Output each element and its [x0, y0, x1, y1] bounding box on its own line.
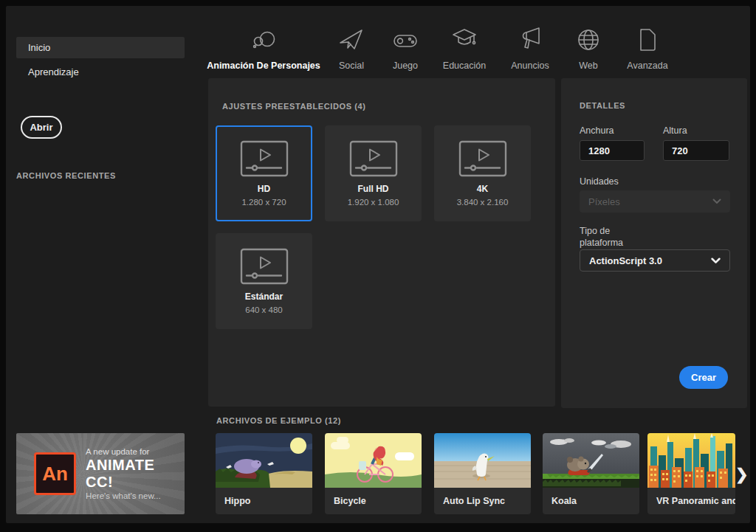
video-player-icon — [240, 248, 289, 285]
platform-label-line1: Tipo de — [580, 225, 623, 237]
sample-card-bicycle[interactable]: Bicycle — [325, 433, 422, 514]
units-label: Unidades — [580, 176, 619, 187]
sample-thumbnail-auto-lip-sync — [434, 433, 531, 488]
preset-card-4k[interactable]: 4K 3.840 x 2.160 — [434, 125, 531, 221]
graduation-cap-icon — [449, 21, 480, 55]
tab-label: Social — [339, 61, 364, 71]
megaphone-icon — [515, 21, 546, 55]
create-button[interactable]: Crear — [679, 366, 728, 389]
tab-character-animation[interactable]: Animación De Personajes — [202, 21, 325, 71]
sample-label: VR Panoramic and 3 — [647, 488, 735, 514]
banner-line1: A new update for — [86, 447, 185, 456]
preset-card-hd[interactable]: HD 1.280 x 720 — [216, 125, 312, 221]
width-input[interactable] — [580, 140, 645, 161]
tab-label: Anuncios — [511, 61, 549, 71]
details-heading: DETALLES — [580, 101, 625, 110]
sample-label: Bicycle — [325, 488, 422, 514]
tab-label: Educación — [443, 61, 486, 71]
tab-label: Web — [579, 61, 597, 71]
preset-name: HD — [258, 184, 270, 194]
animate-update-banner[interactable]: An A new update for ANIMATE CC! Here's w… — [16, 433, 185, 514]
sample-label: Koala — [543, 488, 639, 514]
sample-card-hippo[interactable]: Hippo — [216, 433, 312, 514]
sidebar-item-label: Aprendizaje — [28, 66, 79, 77]
units-dropdown[interactable]: Píxeles — [580, 190, 730, 213]
preset-card-estandar[interactable]: Estándar 640 x 480 — [216, 233, 312, 329]
preset-card-full-hd[interactable]: Full HD 1.920 x 1.080 — [325, 125, 422, 221]
video-player-icon — [349, 140, 398, 177]
banner-text: A new update for ANIMATE CC! Here's what… — [86, 447, 185, 500]
platform-label: Tipo de plataforma — [580, 225, 623, 249]
character-animation-icon — [247, 21, 280, 55]
sidebar-item-inicio[interactable]: Inicio — [16, 37, 185, 58]
animate-logo: An — [34, 452, 76, 495]
presets-heading: AJUSTES PREESTABLECIDOS (4) — [222, 102, 365, 111]
width-label: Anchura — [580, 125, 614, 136]
document-icon — [633, 21, 662, 55]
preset-size: 1.920 x 1.080 — [348, 198, 399, 207]
preset-size: 3.840 x 2.160 — [457, 198, 509, 207]
units-value: Píxeles — [588, 196, 620, 207]
sample-label: Auto Lip Sync — [434, 488, 531, 514]
paper-plane-icon — [337, 21, 366, 55]
sample-thumbnail-vr-panoramic — [647, 433, 735, 488]
sidebar-item-aprendizaje[interactable]: Aprendizaje — [16, 61, 185, 83]
height-input[interactable] — [663, 140, 729, 161]
preset-name: 4K — [477, 184, 488, 194]
platform-value: ActionScript 3.0 — [589, 255, 662, 266]
banner-line3: Here's what's new... — [86, 491, 185, 500]
preset-size: 640 x 480 — [245, 305, 283, 314]
open-button[interactable]: Abrir — [21, 116, 62, 139]
samples-heading: ARCHIVOS DE EJEMPLO (12) — [216, 416, 341, 425]
sample-thumbnail-bicycle — [325, 433, 422, 488]
tab-web[interactable]: Web — [555, 21, 622, 71]
gamepad-icon — [390, 21, 421, 55]
tab-educacion[interactable]: Educación — [431, 21, 498, 71]
preset-size: 1.280 x 720 — [241, 198, 286, 207]
recent-files-heading: ARCHIVOS RECIENTES — [16, 171, 116, 180]
video-player-icon — [240, 140, 289, 177]
tab-label: Juego — [393, 61, 418, 71]
banner-line2: ANIMATE CC! — [86, 457, 185, 491]
platform-dropdown[interactable]: ActionScript 3.0 — [580, 249, 730, 272]
sample-card-auto-lip-sync[interactable]: Auto Lip Sync — [434, 433, 531, 514]
tab-juego[interactable]: Juego — [372, 21, 439, 71]
sample-card-koala[interactable]: Koala — [543, 433, 639, 514]
chevron-down-icon — [711, 258, 721, 264]
sample-thumbnail-koala — [543, 433, 639, 488]
preset-name: Full HD — [358, 184, 389, 194]
height-label: Altura — [663, 125, 687, 136]
video-player-icon — [458, 140, 507, 177]
animate-start-window: Inicio Aprendizaje Abrir ARCHIVOS RECIEN… — [6, 6, 750, 523]
tab-label: Avanzada — [627, 61, 667, 71]
tab-anuncios[interactable]: Anuncios — [497, 21, 563, 71]
globe-icon — [574, 21, 603, 55]
app-frame: Inicio Aprendizaje Abrir ARCHIVOS RECIEN… — [0, 0, 756, 532]
sidebar: Inicio Aprendizaje — [16, 37, 185, 83]
tab-label: Animación De Personajes — [207, 61, 320, 71]
sample-label: Hippo — [216, 488, 312, 514]
presets-panel: AJUSTES PREESTABLECIDOS (4) HD 1.280 x 7… — [208, 78, 555, 407]
tab-avanzada[interactable]: Avanzada — [614, 21, 681, 71]
platform-label-line2: plataforma — [580, 237, 623, 249]
preset-name: Estándar — [245, 291, 283, 302]
details-panel: DETALLES Anchura Altura Unidades Píxeles… — [561, 78, 747, 408]
chevron-down-icon — [712, 198, 721, 204]
samples-next-button[interactable]: ❯ — [735, 466, 749, 482]
sample-card-vr-panoramic[interactable]: VR Panoramic and 3 — [647, 433, 735, 514]
sample-thumbnail-hippo — [216, 433, 312, 488]
sidebar-item-label: Inicio — [28, 42, 50, 53]
